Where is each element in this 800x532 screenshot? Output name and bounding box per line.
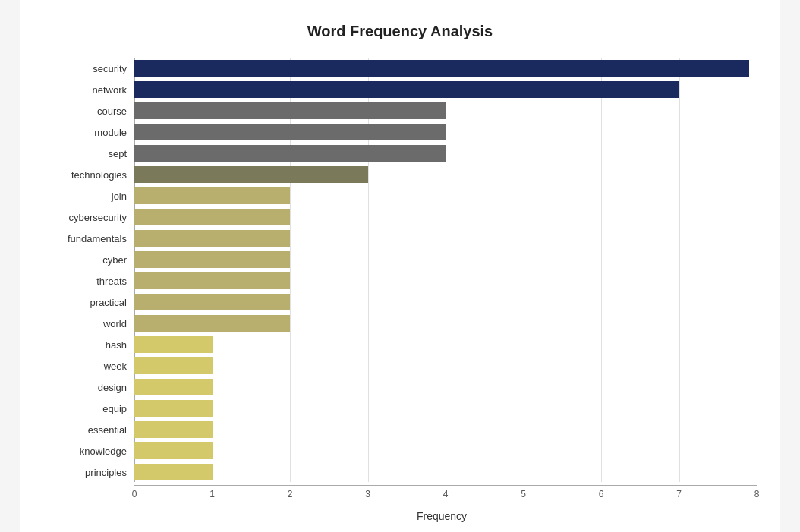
bar-label: threats [51,275,134,287]
bar-row: week [134,356,749,376]
x-tick-label: 5 [521,489,526,499]
x-tick-label: 8 [754,489,760,499]
bar-row: course [134,101,749,121]
bar-fill [134,464,213,480]
bar-label: world [51,318,134,329]
bars-wrapper: securitynetworkcoursemodulesepttechnolog… [51,58,749,482]
xaxis-wrapper: 012345678Frequency [51,485,749,522]
x-tick-label: 4 [443,489,449,499]
bar-fill [134,145,446,162]
bar-label: equip [51,403,134,414]
bar-row: module [134,122,749,142]
bar-fill [134,251,290,268]
bar-row: technologies [134,165,749,184]
bar-fill [134,272,290,289]
bar-row: threats [134,271,749,291]
bar-label: sept [51,148,134,159]
bar-row: knowledge [134,441,749,461]
x-tick-label: 6 [599,489,604,499]
x-axis-label: Frequency [134,510,749,522]
bar-fill [134,187,290,204]
bar-label: technologies [51,169,134,181]
bar-label: practical [51,297,134,308]
bar-label: essential [51,424,134,436]
bar-row: fundamentals [134,228,749,248]
bar-label: security [51,63,134,74]
bar-fill [134,81,679,98]
x-tick-label: 2 [288,489,293,499]
bar-label: principles [51,467,134,478]
bar-row: cybersecurity [134,207,749,227]
bar-row: design [134,377,749,397]
bar-label: course [51,105,134,117]
bar-fill [134,60,749,77]
x-tick-label: 1 [209,489,215,499]
bar-row: join [134,186,749,206]
bar-fill [134,209,290,225]
x-tick-label: 0 [132,489,137,499]
bar-fill [134,336,213,353]
bar-label: join [51,190,134,202]
bar-fill [134,442,213,459]
bar-label: network [51,84,134,96]
bar-label: module [51,127,134,138]
chart-container: Word Frequency Analysis securitynetworkc… [20,0,780,532]
bar-fill [134,379,213,395]
bar-label: hash [51,339,134,351]
bar-fill [134,400,213,417]
bar-label: knowledge [51,445,134,457]
bar-fill [134,357,213,374]
bar-row: security [134,58,749,78]
bar-label: fundamentals [51,233,134,244]
bar-row: equip [134,398,749,418]
bar-row: essential [134,420,749,439]
bar-fill [134,166,368,183]
bar-row: principles [134,462,749,482]
bar-fill [134,315,290,332]
bar-label: week [51,360,134,372]
bar-fill [134,102,446,119]
x-tick-label: 7 [676,489,682,499]
bar-label: cybersecurity [51,212,134,223]
bar-fill [134,230,290,247]
chart-title: Word Frequency Analysis [51,23,749,40]
bar-row: network [134,80,749,99]
bar-label: design [51,382,134,393]
bar-row: practical [134,292,749,312]
x-tick-label: 3 [365,489,370,499]
bar-fill [134,124,446,140]
bar-row: hash [134,335,749,354]
bar-row: world [134,313,749,333]
bar-row: cyber [134,250,749,269]
bar-fill [134,294,290,310]
bar-label: cyber [51,254,134,266]
bar-row: sept [134,143,749,163]
bar-fill [134,421,213,438]
